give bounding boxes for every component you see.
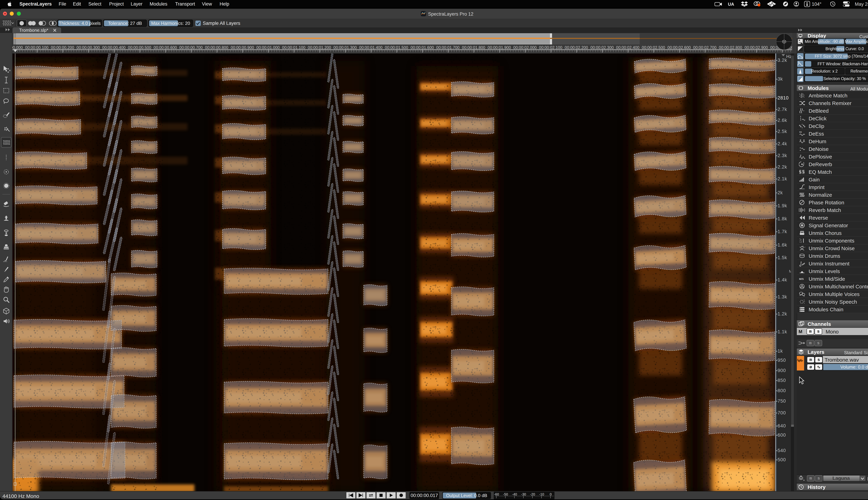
svg-text:ss: ss: [799, 130, 802, 133]
svg-text:M/S: M/S: [799, 277, 804, 280]
